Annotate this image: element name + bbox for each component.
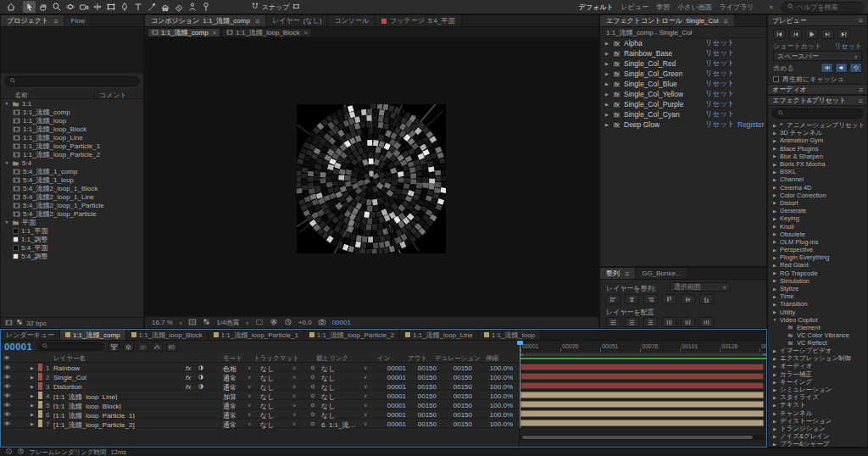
home-tool[interactable] [4, 1, 17, 13]
twirl-closed-icon[interactable]: ▶ [30, 384, 35, 389]
column-header-out[interactable]: アウト [408, 354, 427, 363]
effect-row[interactable]: ▶fxSingle_Col_Purpleリセット [600, 99, 766, 109]
current-frame[interactable]: 00001 [4, 342, 32, 352]
dist-top-button[interactable] [606, 317, 620, 327]
work-area-end-handle[interactable] [763, 353, 766, 356]
twirl-closed-icon[interactable]: ▶ [772, 294, 777, 299]
timeline-layer-row[interactable]: ▶4[1:1_流體_loop_Line]加算∨なし∨なし∨00001001500… [1, 391, 519, 400]
effects-presets-item[interactable]: ▶*アニメーションプリセット [768, 121, 867, 129]
project-item[interactable]: ▼1:1 [1, 99, 143, 108]
project-item[interactable]: 1:1_流體_loop_Particle_2 [1, 150, 143, 158]
motion-blur-toggle[interactable] [166, 342, 177, 352]
text-tool[interactable] [131, 1, 144, 13]
effects-presets-item[interactable]: ▶Red Giant [768, 261, 867, 269]
align-v-center-button[interactable] [681, 294, 695, 304]
effects-presets-item[interactable]: ▶Cinema 4D [768, 184, 867, 192]
project-item[interactable]: 5:4_流體2_loop_Particle [1, 209, 143, 218]
align-bottom-button[interactable] [699, 294, 714, 304]
layer-duration-bar[interactable] [520, 373, 764, 380]
effects-presets-item[interactable]: ▶Utility [768, 309, 867, 316]
twirl-closed-icon[interactable]: ▶ [772, 239, 777, 244]
effects-presets-item[interactable]: ▶イマーシブビデオ [768, 347, 867, 354]
effects-presets-item[interactable]: ▶トランジション [768, 425, 867, 432]
pickwhip-icon[interactable] [309, 364, 316, 371]
layer-name[interactable]: Single_Col [53, 374, 181, 381]
frame-blend-toggle[interactable] [152, 342, 163, 352]
column-header-mode[interactable]: モード [223, 354, 242, 363]
adjustment-icon[interactable] [198, 364, 204, 371]
layer-duration-bar[interactable] [520, 382, 764, 389]
fx-switch-icon[interactable]: fx [186, 364, 191, 372]
layer-visibility-toggle[interactable] [3, 382, 11, 390]
current-time-indicator[interactable] [520, 341, 520, 428]
effect-reset-link[interactable]: リセット [705, 79, 735, 89]
layer-stretch-value[interactable]: 100.0% [472, 402, 513, 409]
project-item[interactable]: 1:1_流體_loop_Block [1, 125, 143, 133]
twirl-closed-icon[interactable]: ▶ [772, 434, 777, 439]
last-frame-button[interactable] [837, 29, 850, 39]
effects-presets-item[interactable]: fxElement [768, 324, 867, 331]
scrollbar-thumb[interactable] [522, 436, 753, 439]
project-item[interactable]: 5:4_流體2_loop_1_Line [1, 192, 143, 201]
twirl-closed-icon[interactable]: ▶ [772, 270, 777, 275]
play-button[interactable] [805, 29, 818, 39]
layer-in-value[interactable]: 00001 [374, 374, 406, 381]
twirl-closed-icon[interactable]: ▶ [772, 224, 777, 229]
twirl-closed-icon[interactable]: ▶ [772, 153, 777, 158]
twirl-closed-icon[interactable]: ▶ [604, 112, 609, 117]
workspace-item[interactable]: ライブラリ [720, 3, 754, 11]
twirl-closed-icon[interactable]: ▶ [30, 375, 35, 380]
twirl-closed-icon[interactable]: ▶ [772, 255, 777, 260]
first-frame-button[interactable] [773, 29, 786, 39]
eraser-tool[interactable] [172, 1, 185, 13]
twirl-closed-icon[interactable]: ▶ [772, 231, 777, 236]
zoom-level[interactable]: 16.7 % [152, 319, 173, 326]
twirl-closed-icon[interactable]: ▶ [772, 278, 777, 283]
twirl-closed-icon[interactable]: ▶ [772, 356, 777, 361]
project-item[interactable]: 1:1_平面 [1, 226, 143, 235]
twirl-closed-icon[interactable]: ▶ [604, 51, 609, 56]
layer-label-color[interactable] [38, 410, 42, 418]
twirl-closed-icon[interactable]: ▶ [772, 419, 777, 424]
twirl-closed-icon[interactable]: ▶ [772, 209, 777, 214]
twirl-closed-icon[interactable]: ▶ [772, 309, 777, 314]
timeline-comp-tab[interactable]: 1:1_流體_loop [479, 330, 541, 340]
effects-presets-item[interactable]: ▶エクスプレッション制御 [768, 355, 867, 363]
twirl-closed-icon[interactable]: ▶ [772, 247, 777, 253]
timeline-layer-row[interactable]: ▶7[1:1_流體_loop_Particle_2]通常∨なし∨6. 1:1_流… [1, 419, 519, 428]
panel-menu-icon[interactable]: ≡ [859, 16, 863, 25]
twirl-closed-icon[interactable]: ▶ [772, 387, 777, 392]
project-item[interactable]: 5:4_調整 [1, 252, 143, 260]
brush-tool[interactable] [145, 1, 158, 13]
workspace-overflow[interactable]: » [770, 3, 773, 11]
layer-name[interactable]: Distortion [53, 383, 181, 391]
effects-presets-item[interactable]: ▶3D チャンネル [768, 129, 867, 136]
timeline-layer-row[interactable]: ▶3Distortionfx通常∨なし∨なし∨00001001500015010… [1, 381, 519, 391]
layer-out-value[interactable]: 00150 [404, 420, 437, 428]
twirl-closed-icon[interactable]: ▶ [772, 426, 777, 431]
tab-effect-controls[interactable]: エフェクトコントロール Single_Col ≡ [600, 15, 735, 26]
layer-stretch-value[interactable]: 100.0% [472, 411, 513, 419]
layer-duration-bar[interactable] [520, 401, 764, 408]
layer-in-value[interactable]: 00001 [374, 383, 406, 391]
twirl-closed-icon[interactable]: ▶ [772, 216, 777, 221]
hand-tool[interactable] [36, 1, 49, 13]
timeline-layer-row[interactable]: ▶2Single_Colfx通常∨なし∨なし∨00001001500015010… [1, 372, 519, 381]
twirl-closed-icon[interactable]: ▶ [30, 393, 35, 398]
effect-reset-link[interactable]: リセット [705, 48, 735, 58]
current-time-indicator-handle[interactable] [517, 341, 523, 345]
dist-bottom-button[interactable] [643, 317, 658, 327]
column-header-duration[interactable]: デュレーション [435, 354, 481, 363]
layer-label-color[interactable] [38, 392, 42, 399]
panel-menu-icon[interactable]: ≡ [53, 17, 58, 25]
twirl-closed-icon[interactable]: ▶ [772, 302, 777, 307]
track-matte-dropdown[interactable]: なし [260, 420, 286, 430]
effect-reset-link[interactable]: リセット [705, 120, 735, 130]
effects-presets-item[interactable]: ▶Boris FX Mocha [768, 160, 867, 168]
align-h-center-button[interactable] [625, 294, 639, 304]
layer-duration-value[interactable]: 00150 [433, 392, 472, 400]
twirl-closed-icon[interactable]: ▶ [772, 395, 777, 400]
timeline-layer-row[interactable]: ▶5[1:1_流體_loop_Block]通常∨なし∨なし∨0000100150… [1, 400, 519, 409]
help-search-input[interactable] [797, 3, 858, 11]
layer-out-value[interactable]: 00150 [404, 364, 437, 372]
